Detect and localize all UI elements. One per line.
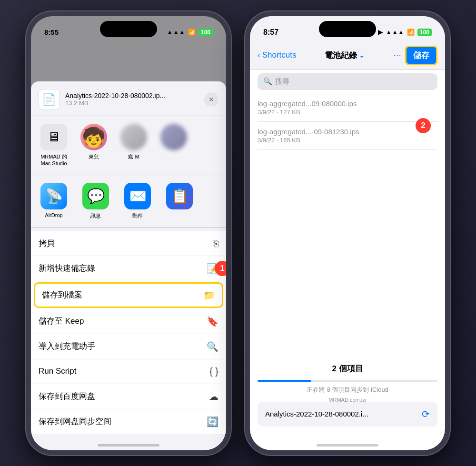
file-1-meta: 3/9/22 · 127 KB (258, 109, 437, 116)
keep-icon: 🔖 (207, 316, 218, 327)
uploading-file-item: Analytics-2022-10-28-080002.i... ⟳ (258, 402, 437, 426)
menu-charger[interactable]: 導入到充電助手 🔍 (31, 334, 226, 359)
nav-bar: ‹ Shortcuts 電池紀錄 ⌄ ⋯ 儲存 2 (250, 42, 445, 69)
file-size: 13.2 MB (65, 99, 204, 107)
airdrop-icon: 📡 (40, 183, 67, 209)
script-icon: { } (209, 366, 218, 377)
bottom-section: 2 個項目 正在將 8 個項目同步到 iCloud Analytics-2022… (250, 363, 445, 426)
nav-actions: ⋯ 儲存 2 (393, 46, 437, 65)
mail-icon: ✉️ (124, 183, 151, 209)
menu-sync-label: 保存到网盘同步空间 (39, 416, 111, 427)
person-3[interactable]: 瘋 M (117, 124, 151, 167)
file-list: log-aggregated...09-080000.ips 3/9/22 · … (250, 94, 445, 150)
save-button[interactable]: 儲存 (405, 46, 437, 65)
charger-icon: 🔍 (207, 341, 218, 352)
menu-save-files-label: 儲存到檔案 (42, 289, 82, 300)
menu-save-files[interactable]: 儲存到檔案 📁 (34, 282, 223, 308)
file-name: Analytics-2022-10-28-080002.ip... (65, 92, 204, 99)
wifi-icon-2: 📶 (407, 29, 415, 36)
file-item-1[interactable]: log-aggregated...09-080000.ips 3/9/22 · … (258, 94, 437, 122)
file-2-name: log-aggregated...-09-081230.ips (258, 128, 437, 136)
mac-avatar: 🖥 (40, 124, 67, 150)
sync-icon: 🔄 (207, 416, 218, 427)
home-indicator-2 (317, 444, 378, 446)
person-4-avatar (160, 124, 187, 150)
mail-label: 郵件 (132, 212, 143, 219)
airdrop-label: AirDrop (45, 212, 62, 218)
more-button[interactable]: ⋯ (393, 50, 401, 60)
file-icon: 📄 (39, 89, 60, 110)
app-other[interactable]: 📋 (162, 183, 197, 219)
menu-script[interactable]: Run Script { } (31, 359, 226, 384)
time-2: 8:57 (263, 28, 278, 37)
menu-keep[interactable]: 儲存至 Keep 🔖 (31, 309, 226, 334)
chevron-left-icon: ‹ (258, 50, 260, 60)
person-2[interactable]: 🧒 東兒 (77, 124, 111, 167)
dynamic-island-2 (319, 21, 376, 37)
menu-keep-label: 儲存至 Keep (39, 316, 84, 327)
person-mac[interactable]: 🖥 MRMAD 的Mac Studio (37, 124, 71, 167)
page-title: 電池紀錄 (325, 50, 357, 61)
location-icon: ▶ (378, 29, 383, 36)
menu-memo-label: 新增快速備忘錄 (39, 263, 95, 274)
sync-count: 2 個項目 (258, 363, 437, 374)
file-2-meta: 3/9/22 · 165 KB (258, 137, 437, 144)
nav-title: 電池紀錄 ⌄ (296, 50, 393, 61)
copy-icon: ⎘ (213, 238, 218, 249)
save-files-icon: 📁 (203, 289, 215, 301)
uploading-icon: ⟳ (422, 408, 430, 420)
dropdown-icon: ⌄ (359, 51, 365, 59)
menu-section: 拷貝 ⎘ 新增快速備忘錄 📝 1 儲存到檔案 📁 儲存至 Keep 🔖 (31, 231, 226, 434)
wifi-icon-1: 📶 (188, 29, 196, 36)
battery-1: 100 (198, 29, 213, 36)
menu-copy-label: 拷貝 (39, 238, 55, 249)
status-icons-1: ▲▲▲ 📶 100 (167, 29, 213, 36)
dynamic-island-1 (100, 21, 157, 37)
back-label: Shortcuts (262, 50, 297, 60)
file-info: Analytics-2022-10-28-080002.ip... 13.2 M… (65, 92, 204, 107)
mac-label: MRMAD 的Mac Studio (40, 153, 67, 167)
menu-copy[interactable]: 拷貝 ⎘ (31, 231, 226, 256)
status-icons-2: ▶ ▲▲▲ 📶 100 (378, 29, 432, 36)
phone-1: 8:55 ▲▲▲ 📶 100 📄 Analytics-2022-10-28-08… (26, 11, 231, 455)
menu-baidu-label: 保存到百度网盘 (39, 391, 95, 402)
phone-2: 8:57 ▶ ▲▲▲ 📶 100 ‹ Shortcuts 電池紀錄 ⌄ ⋯ 儲存… (245, 11, 450, 455)
baidu-icon: ☁ (209, 391, 218, 402)
other-icon: 📋 (166, 183, 193, 209)
person-2-label: 東兒 (89, 153, 99, 160)
menu-memo[interactable]: 新增快速備忘錄 📝 1 (31, 256, 226, 281)
share-close-button[interactable]: ✕ (204, 92, 218, 107)
search-bar[interactable]: 🔍 搜尋 (258, 73, 437, 90)
file-item-2[interactable]: log-aggregated...-09-081230.ips 3/9/22 ·… (258, 122, 437, 150)
share-sheet: 📄 Analytics-2022-10-28-080002.ip... 13.2… (31, 81, 226, 450)
search-icon: 🔍 (263, 77, 272, 86)
messages-icon: 💬 (82, 183, 109, 209)
messages-label: 訊息 (90, 212, 101, 219)
person-3-avatar (120, 124, 147, 150)
file-1-name: log-aggregated...09-080000.ips (258, 99, 437, 108)
menu-script-label: Run Script (39, 367, 76, 376)
person-2-avatar: 🧒 (80, 124, 107, 150)
watermark: MRMAD.com.tw (328, 397, 366, 403)
person-4[interactable] (157, 124, 191, 167)
uploading-file-name: Analytics-2022-10-28-080002.i... (265, 410, 422, 418)
signal-icon-1: ▲▲▲ (167, 29, 185, 36)
person-3-label: 瘋 M (128, 153, 139, 160)
app-airdrop[interactable]: 📡 AirDrop (37, 183, 71, 219)
sync-progress-bar (258, 380, 437, 382)
app-mail[interactable]: ✉️ 郵件 (120, 183, 155, 219)
sync-text: 正在將 8 個項目同步到 iCloud (258, 386, 437, 394)
menu-sync[interactable]: 保存到网盘同步空间 🔄 (31, 409, 226, 434)
menu-baidu[interactable]: 保存到百度网盘 ☁ (31, 384, 226, 409)
back-button[interactable]: ‹ Shortcuts (258, 50, 296, 60)
app-row: 📡 AirDrop 💬 訊息 ✉️ 郵件 📋 (31, 175, 226, 228)
signal-icon-2: ▲▲▲ (386, 29, 404, 36)
search-placeholder: 搜尋 (275, 77, 289, 86)
battery-2: 100 (417, 29, 432, 36)
app-messages[interactable]: 💬 訊息 (79, 183, 113, 219)
people-row: 🖥 MRMAD 的Mac Studio 🧒 東兒 瘋 M (31, 116, 226, 175)
step-1-badge: 1 (215, 261, 226, 276)
home-indicator-1 (98, 444, 159, 446)
step-2-badge: 2 (416, 118, 431, 133)
sync-progress-fill (258, 380, 311, 382)
